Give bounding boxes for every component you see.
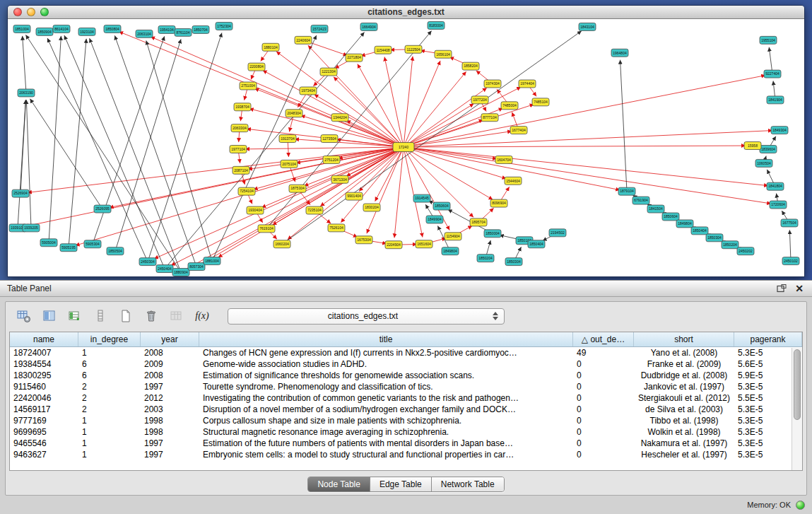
float-panel-icon[interactable] <box>775 283 788 294</box>
table-edit-button[interactable] <box>65 307 85 325</box>
table-row[interactable]: 911546021997Tourette syndrome. Phenomeno… <box>10 381 802 392</box>
zoom-window-button[interactable] <box>40 8 49 16</box>
graph-node[interactable]: 8614104 <box>53 25 70 33</box>
graph-node[interactable]: 1974304 <box>484 80 501 88</box>
graph-node[interactable]: 1850804 <box>104 25 121 33</box>
graph-node[interactable]: 8183004 <box>428 21 445 29</box>
graph-node[interactable]: 1954104 <box>158 25 175 33</box>
close-panel-icon[interactable]: ✕ <box>794 283 805 294</box>
graph-node[interactable]: 1677504 <box>781 219 798 227</box>
column-header-out_degree[interactable]: △ out_de… <box>573 332 634 346</box>
graph-node[interactable]: 6791904 <box>632 197 649 204</box>
graph-node[interactable]: 1895704 <box>470 218 487 226</box>
column-header-year[interactable]: year <box>141 332 199 346</box>
graph-node[interactable]: 2271804 <box>346 54 363 62</box>
table-row[interactable]: 946554611997Estimation of the future num… <box>10 438 802 449</box>
graph-node[interactable]: 3671304 <box>331 175 348 183</box>
column-header-name[interactable]: name <box>10 332 78 346</box>
graph-node[interactable]: 1850604 <box>433 202 450 210</box>
table-row[interactable]: 1456911722003Disruption of a novel membe… <box>10 404 802 415</box>
graph-node[interactable]: 1154408 <box>375 46 392 54</box>
graph-node[interactable]: 1273504 <box>321 135 338 143</box>
graph-node[interactable]: 5905195 <box>60 244 77 252</box>
graph-node[interactable]: 1850504 <box>107 247 124 255</box>
graph-node[interactable]: 2063104 <box>136 30 153 37</box>
graph-node[interactable]: 1664904 <box>360 23 377 30</box>
delete-table-button[interactable] <box>141 307 161 325</box>
graph-node[interactable]: 1677404 <box>510 127 527 134</box>
graph-node[interactable]: 1849904 <box>426 216 443 223</box>
column-header-pagerank[interactable]: pagerank <box>734 332 802 346</box>
tab-node-table[interactable]: Node Table <box>308 477 370 491</box>
graph-node[interactable]: 5905304 <box>84 240 101 248</box>
window-titlebar[interactable]: citations_edges.txt <box>8 6 804 19</box>
graph-node[interactable]: 8057304 <box>188 263 205 271</box>
graph-node[interactable]: 1879104 <box>618 187 635 195</box>
table-row[interactable]: 969969511998Structural magnetic resonanc… <box>10 426 802 438</box>
graph-node[interactable]: 7526104 <box>328 224 345 232</box>
graph-node[interactable]: 9227404 <box>764 70 781 78</box>
graph-node[interactable]: 1839604 <box>760 146 777 153</box>
graph-node[interactable]: 17240 <box>393 143 414 152</box>
graph-node[interactable]: 8777104 <box>481 114 498 122</box>
graph-node[interactable]: 1955104 <box>760 36 777 44</box>
graph-node[interactable]: 2526904 <box>12 189 29 197</box>
graph-node[interactable]: 2450404 <box>156 265 173 273</box>
graph-node[interactable]: 1850404 <box>528 240 545 248</box>
graph-node[interactable]: 1344204 <box>331 114 348 122</box>
graph-node[interactable]: 1651604 <box>416 240 433 248</box>
graph-node[interactable]: 1939205 <box>23 224 40 232</box>
graph-node[interactable]: 1850604 <box>662 213 679 221</box>
graph-node[interactable]: 15958 <box>744 142 761 150</box>
graph-node[interactable]: 2450202 <box>737 247 754 255</box>
graph-node[interactable]: 1849304 <box>771 127 788 134</box>
column-header-in_degree[interactable]: in_degree <box>78 332 141 346</box>
column-visibility-button[interactable] <box>40 307 59 325</box>
table-row[interactable]: 977716911998Corpus callosum shape and si… <box>10 415 802 426</box>
graph-node[interactable]: 7485104 <box>532 98 549 106</box>
graph-node[interactable]: 1849804 <box>676 220 693 228</box>
graph-node[interactable]: 1977204 <box>471 96 488 104</box>
graph-node[interactable]: 1720604 <box>770 201 787 209</box>
tab-edge-table[interactable]: Edge Table <box>370 477 432 491</box>
graph-node[interactable]: 5905004 <box>40 239 57 247</box>
memory-indicator[interactable] <box>796 501 805 510</box>
graph-node[interactable]: 1875304 <box>289 185 306 192</box>
table-row[interactable]: 2242004622012Investigating the contribut… <box>10 392 802 404</box>
tab-network-table[interactable]: Network Table <box>432 477 504 491</box>
graph-node[interactable]: 1841904 <box>767 96 784 104</box>
graph-node[interactable]: 1914545 <box>413 194 430 202</box>
graph-node[interactable]: 1913704 <box>279 135 296 143</box>
graph-node[interactable]: 1923104 <box>78 28 95 35</box>
graph-node[interactable]: 1841804 <box>767 182 784 190</box>
graph-node[interactable]: 2063190 <box>18 89 35 97</box>
graph-node[interactable]: 1752304 <box>216 22 233 30</box>
network-view[interactable]: 1851004185090486141041923104185080420631… <box>8 19 804 276</box>
graph-node[interactable]: 2048304 <box>286 110 302 117</box>
graph-node[interactable]: 1977104 <box>230 146 247 153</box>
graph-node[interactable]: 1881004 <box>204 257 220 265</box>
minimize-window-button[interactable] <box>27 8 35 16</box>
graph-node[interactable]: 1221304 <box>320 68 337 76</box>
graph-node[interactable]: 1850304 <box>505 258 522 266</box>
graph-node[interactable]: 2063304 <box>231 124 248 132</box>
graph-node[interactable]: 7254104 <box>238 187 255 195</box>
table-settings-button[interactable] <box>14 307 34 325</box>
graph-node[interactable]: 2194502 <box>549 229 566 237</box>
graph-node[interactable]: 2240604 <box>295 36 312 44</box>
graph-node[interactable]: 1850904 <box>36 28 53 35</box>
graph-node[interactable]: 1850004 <box>484 230 501 238</box>
graph-node[interactable]: 2200804 <box>248 63 265 71</box>
graph-node[interactable]: 1675304 <box>355 236 372 244</box>
graph-node[interactable]: 1544604 <box>505 177 522 185</box>
graph-node[interactable]: 2751004 <box>240 82 257 90</box>
graph-node[interactable]: 8096904 <box>490 199 507 207</box>
table-select-dropdown[interactable]: citations_edges.txt <box>228 308 505 325</box>
graph-node[interactable]: 1858204 <box>462 62 479 70</box>
graph-node[interactable]: 1841504 <box>647 205 664 213</box>
graph-node[interactable]: 9901404 <box>346 192 363 200</box>
graph-node[interactable]: 2526095 <box>94 205 111 213</box>
graph-node[interactable]: 1850204 <box>477 255 494 262</box>
table-row[interactable]: 1938455462009Genome-wide association stu… <box>10 358 802 370</box>
close-window-button[interactable] <box>13 8 22 16</box>
